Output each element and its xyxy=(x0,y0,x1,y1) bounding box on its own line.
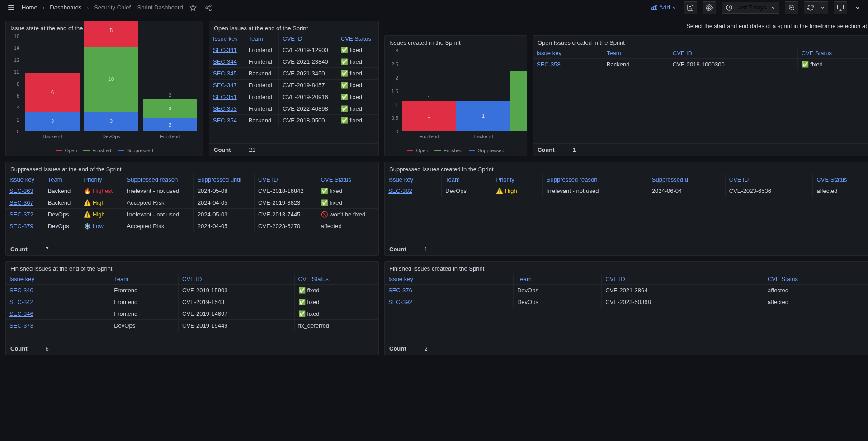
table-row: SEC-363BackendHighestIrrelevant - not us… xyxy=(6,185,378,197)
col-header[interactable]: CVE Status xyxy=(317,174,378,185)
col-header[interactable]: Issue key xyxy=(385,274,513,285)
issue-link[interactable]: SEC-382 xyxy=(388,188,412,194)
svg-marker-0 xyxy=(190,5,196,10)
menu-icon[interactable] xyxy=(5,2,17,14)
col-header[interactable]: CVE ID xyxy=(725,174,813,185)
col-header[interactable]: Issue key xyxy=(385,174,442,185)
issue-link[interactable]: SEC-341 xyxy=(213,47,237,53)
col-header[interactable]: Team xyxy=(513,274,601,285)
issue-link[interactable]: SEC-373 xyxy=(9,322,33,329)
time-range-button[interactable]: Last 7 days xyxy=(722,2,779,14)
issue-link[interactable]: SEC-363 xyxy=(9,188,33,194)
panel-title: Suppressed Issues at the end of the Spri… xyxy=(6,162,378,174)
save-icon[interactable] xyxy=(684,1,697,14)
table-row: SEC-351FrontendCVE-2019-20916fixed xyxy=(209,91,378,103)
count-label: Count xyxy=(214,146,231,153)
status-badge: affected xyxy=(813,185,868,197)
col-header[interactable]: Suppressed reason xyxy=(542,174,648,185)
col-header[interactable]: Team xyxy=(603,48,669,59)
col-header[interactable]: Suppressed u xyxy=(648,174,725,185)
legend-item[interactable]: Open xyxy=(407,148,428,153)
legend-item[interactable]: Finished xyxy=(434,148,462,153)
issue-link[interactable]: SEC-345 xyxy=(213,70,237,77)
issue-link[interactable]: SEC-353 xyxy=(213,105,237,112)
issue-link[interactable]: SEC-351 xyxy=(213,94,237,100)
status-badge: fixed xyxy=(321,199,342,206)
refresh-icon[interactable] xyxy=(804,1,817,14)
count-label: Count xyxy=(538,146,555,153)
col-header[interactable]: CVE ID xyxy=(279,33,337,44)
table-row: SEC-345BackendCVE-2021-3450fixed xyxy=(209,68,378,80)
col-header[interactable]: Suppressed reason xyxy=(123,174,193,185)
col-header[interactable]: CVE ID xyxy=(255,174,317,185)
count-footer: Count21 xyxy=(209,143,378,156)
legend-item[interactable]: Finished xyxy=(83,148,111,153)
breadcrumb-home[interactable]: Home xyxy=(22,4,38,11)
monitor-icon[interactable] xyxy=(834,1,847,14)
svg-point-3 xyxy=(209,9,211,10)
col-header[interactable]: Team xyxy=(110,274,179,285)
star-icon[interactable] xyxy=(188,2,198,13)
issue-link[interactable]: SEC-346 xyxy=(9,310,33,317)
col-header[interactable]: CVE Status xyxy=(797,48,868,59)
table-row: SEC-346FrontendCVE-2019-14697fixed xyxy=(6,308,378,320)
col-header[interactable]: Team xyxy=(442,174,492,185)
status-badge: fixed xyxy=(321,188,342,194)
col-header[interactable]: Team xyxy=(44,174,80,185)
priority-badge: Highest xyxy=(84,188,113,194)
add-button[interactable]: Add xyxy=(649,2,678,13)
chevron-down-icon[interactable] xyxy=(853,3,863,13)
issue-link[interactable]: SEC-342 xyxy=(9,299,33,305)
col-header[interactable]: Suppressed until xyxy=(193,174,254,185)
count-footer: Count1 xyxy=(533,143,868,156)
panel-title: Suppressed Issues created in the Sprint xyxy=(385,162,868,174)
issue-link[interactable]: SEC-392 xyxy=(388,299,412,305)
issue-link[interactable]: SEC-347 xyxy=(213,82,237,89)
table-row: SEC-358BackendCVE-2018-1000300fixed xyxy=(533,59,868,70)
count-value: 6 xyxy=(46,345,49,352)
col-header[interactable]: CVE Status xyxy=(764,274,868,285)
col-header[interactable]: CVE ID xyxy=(669,48,797,59)
col-header[interactable]: Team xyxy=(245,33,279,44)
status-badge: fixed xyxy=(298,299,320,305)
panel-finished: Finished Issues at the end of the Sprint… xyxy=(5,261,379,355)
legend-item[interactable]: Suppressed xyxy=(118,148,153,153)
issue-link[interactable]: SEC-372 xyxy=(9,211,33,218)
col-header[interactable]: Issue key xyxy=(6,274,110,285)
issue-link[interactable]: SEC-344 xyxy=(213,58,237,65)
status-badge: won't be fixed xyxy=(321,211,366,218)
issue-link[interactable]: SEC-340 xyxy=(9,287,33,294)
col-header[interactable]: CVE Status xyxy=(294,274,378,285)
col-header[interactable]: CVE Status xyxy=(813,174,868,185)
svg-rect-5 xyxy=(654,6,656,9)
issue-link[interactable]: SEC-376 xyxy=(388,287,412,294)
zoom-out-icon[interactable] xyxy=(785,1,798,14)
col-header[interactable]: CVE ID xyxy=(602,274,764,285)
table-row: SEC-353FrontendCVE-2022-40898fixed xyxy=(209,103,378,115)
col-header[interactable]: Issue key xyxy=(533,48,603,59)
issue-link[interactable]: SEC-367 xyxy=(9,199,33,206)
gear-icon[interactable] xyxy=(703,1,716,14)
svg-rect-4 xyxy=(652,8,654,10)
legend-item[interactable]: Open xyxy=(56,148,77,153)
col-header[interactable]: CVE Status xyxy=(337,33,378,44)
col-header[interactable]: Issue key xyxy=(209,33,245,44)
col-header[interactable]: Priority xyxy=(492,174,542,185)
count-value: 1 xyxy=(425,246,428,253)
count-footer: Count6 xyxy=(6,342,378,355)
count-value: 2 xyxy=(425,345,428,352)
col-header[interactable]: Priority xyxy=(80,174,123,185)
issue-link[interactable]: SEC-358 xyxy=(537,61,561,68)
status-badge: fixed xyxy=(341,82,362,89)
panel-issue-state: Issue state at the end of the Sprint0246… xyxy=(5,21,203,156)
panel-suppressed-created: Suppressed Issues created in the SprintI… xyxy=(384,162,868,256)
legend-item[interactable]: Suppressed xyxy=(469,148,505,153)
refresh-dropdown[interactable] xyxy=(817,1,828,14)
issue-link[interactable]: SEC-354 xyxy=(213,117,237,124)
col-header[interactable]: CVE ID xyxy=(179,274,295,285)
issue-link[interactable]: SEC-379 xyxy=(9,223,33,230)
breadcrumb-dashboards[interactable]: Dashboards xyxy=(50,4,81,11)
col-header[interactable]: Issue key xyxy=(6,174,44,185)
status-badge: fixed xyxy=(341,70,362,77)
share-icon[interactable] xyxy=(203,2,214,13)
